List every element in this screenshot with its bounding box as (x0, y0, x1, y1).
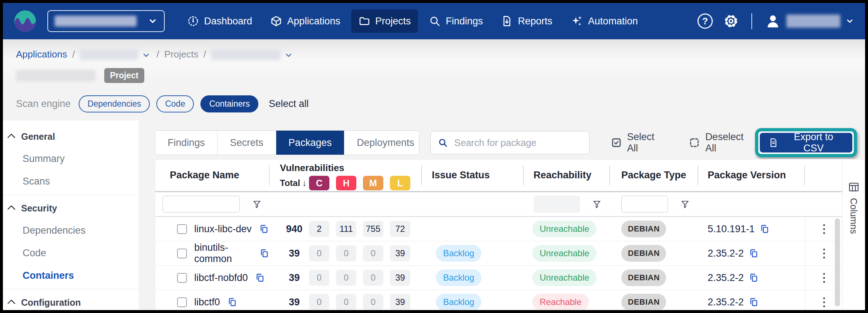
sidebar-item-scans[interactable]: Scans (3, 170, 138, 193)
left-sidebar: General Summary Scans Security Dependenc… (3, 120, 138, 310)
table-scrollbar[interactable] (835, 218, 840, 306)
critical-count: 2 (309, 221, 329, 237)
view-tabs: Findings Secrets Packages Deployments (155, 130, 419, 155)
export-to-csv-label: Export to CSV (783, 131, 844, 154)
high-count: 0 (336, 270, 356, 286)
navbar-divider (751, 13, 752, 29)
engine-pill-dependencies[interactable]: Dependencies (79, 95, 150, 112)
copy-icon[interactable] (749, 249, 758, 258)
reachability-badge: Reachable (532, 294, 589, 310)
copy-icon[interactable] (227, 297, 237, 307)
help-icon[interactable]: ? (697, 13, 713, 29)
row-menu-kebab-icon[interactable] (821, 222, 827, 236)
copy-icon[interactable] (749, 273, 758, 282)
row-menu-kebab-icon[interactable] (821, 271, 827, 285)
nav-item-findings[interactable]: Findings (422, 9, 490, 33)
export-to-csv-button[interactable]: Export to CSV (760, 133, 852, 152)
medium-count: 0 (363, 270, 383, 286)
row-menu-kebab-icon[interactable] (821, 246, 827, 261)
mend-logo-icon[interactable] (14, 10, 36, 32)
copy-icon[interactable] (255, 273, 265, 282)
severity-medium-chip[interactable]: M (363, 176, 383, 190)
filter-funnel-icon[interactable] (252, 199, 262, 209)
tab-deployments[interactable]: Deployments (344, 131, 419, 155)
row-checkbox[interactable] (177, 224, 187, 234)
sidebar-section-title: General (21, 131, 55, 142)
critical-count: 0 (309, 270, 329, 286)
severity-low-chip[interactable]: L (390, 176, 410, 190)
table-header-row: Package Name Vulnerabilities Total ↓ C H (155, 159, 865, 192)
breadcrumb-projects[interactable]: Projects (164, 49, 199, 60)
copy-icon[interactable] (760, 224, 769, 234)
issue-status-badge: Backlog (436, 269, 481, 286)
tab-secrets[interactable]: Secrets (218, 131, 276, 155)
organization-selector[interactable] (47, 10, 165, 32)
nav-item-automation[interactable]: Automation (563, 9, 645, 33)
deselect-all-button[interactable]: Deselect All (689, 131, 755, 154)
copy-icon[interactable] (259, 224, 269, 234)
row-checkbox[interactable] (177, 249, 187, 258)
settings-gear-icon[interactable] (723, 13, 739, 29)
column-header-package-name[interactable]: Package Name (155, 159, 269, 191)
package-type-filter-input[interactable] (621, 196, 668, 213)
sidebar-item-code[interactable]: Code (3, 242, 138, 264)
chevron-down-icon[interactable] (142, 51, 150, 60)
filter-funnel-icon[interactable] (680, 199, 690, 209)
chevron-up-icon (7, 205, 16, 214)
severity-critical-chip[interactable]: C (309, 176, 329, 190)
breadcrumb: Applications / / Projects / (3, 39, 865, 60)
nav-item-applications[interactable]: Applications (263, 9, 348, 33)
user-avatar-icon (765, 13, 781, 29)
vuln-total: 940 (280, 223, 309, 235)
nav-item-reports[interactable]: Reports (494, 9, 560, 33)
package-name[interactable]: linux-libc-dev (194, 223, 252, 235)
nav-item-projects[interactable]: Projects (351, 9, 418, 33)
columns-panel-toggle[interactable]: Columns (842, 159, 865, 310)
package-type-badge: DEBIAN (621, 221, 666, 237)
package-name[interactable]: libctf0 (194, 297, 220, 308)
engine-pill-containers[interactable]: Containers (200, 95, 258, 112)
table-row: linux-libc-dev 940 2 111 755 72 (155, 217, 865, 241)
sidebar-section-title: Security (21, 203, 57, 214)
package-name[interactable]: binutils-common (194, 242, 252, 265)
column-header-reachability[interactable]: Reachability (523, 159, 609, 191)
select-all-button[interactable]: Select All (611, 131, 666, 154)
medium-count: 0 (363, 294, 383, 310)
total-label: Total (280, 178, 300, 188)
column-header-package-version[interactable]: Package Version (697, 159, 805, 191)
user-menu[interactable] (765, 13, 854, 29)
sidebar-item-summary[interactable]: Summary (3, 147, 138, 170)
row-checkbox[interactable] (177, 273, 187, 283)
table-row: libctf0 39 0 0 0 39 Backlog (155, 290, 865, 310)
sidebar-item-dependencies[interactable]: Dependencies (3, 219, 138, 242)
engine-pill-code[interactable]: Code (156, 95, 194, 112)
columns-table-icon (848, 182, 859, 192)
total-sort-header[interactable]: Total ↓ (280, 178, 309, 188)
column-header-issue-status[interactable]: Issue Status (421, 159, 523, 191)
scan-select-all[interactable]: Select all (269, 98, 309, 110)
copy-icon[interactable] (259, 249, 269, 258)
row-menu-kebab-icon[interactable] (821, 295, 827, 309)
chevron-down-icon[interactable] (284, 51, 293, 60)
tab-findings[interactable]: Findings (155, 131, 218, 155)
copy-icon[interactable] (749, 297, 758, 307)
nav-item-dashboard[interactable]: Dashboard (180, 9, 259, 33)
deselect-all-label: Deselect All (705, 131, 755, 154)
filter-funnel-icon[interactable] (592, 199, 602, 209)
sidebar-section-configuration[interactable]: Configuration (3, 292, 138, 313)
tab-packages[interactable]: Packages (276, 131, 345, 155)
sidebar-section-security[interactable]: Security (3, 197, 138, 219)
breadcrumb-applications-link[interactable]: Applications (16, 49, 67, 60)
row-checkbox[interactable] (177, 297, 187, 307)
sidebar-item-containers[interactable]: Containers (3, 264, 138, 287)
sidebar-section-general[interactable]: General (3, 126, 138, 147)
column-header-package-type[interactable]: Package Type (609, 159, 697, 191)
report-icon (501, 15, 513, 27)
package-name[interactable]: libctf-nobfd0 (194, 272, 248, 284)
medium-count: 0 (363, 245, 383, 261)
package-name-filter-input[interactable] (163, 196, 240, 213)
nav-item-label: Automation (588, 16, 638, 27)
search-input[interactable] (454, 137, 582, 148)
severity-high-chip[interactable]: H (336, 176, 356, 190)
critical-count: 0 (309, 245, 329, 261)
